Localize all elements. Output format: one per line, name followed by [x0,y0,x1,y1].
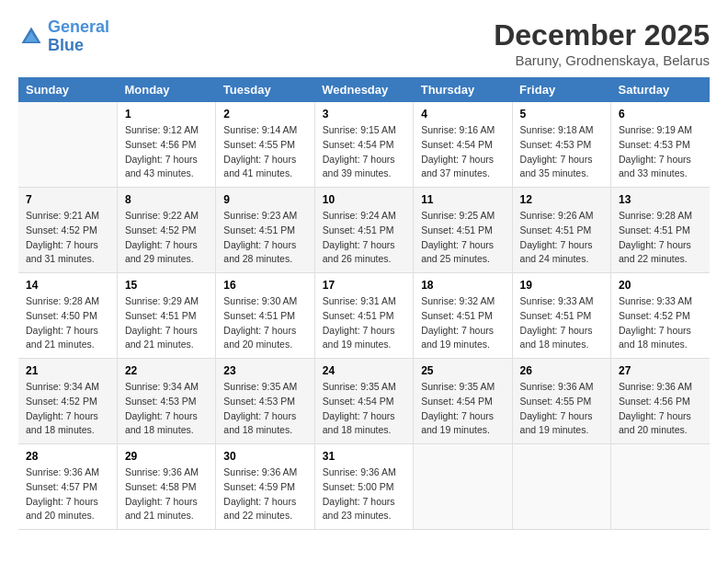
page-header: General Blue December 2025 Baruny, Grodn… [18,18,710,68]
logo-text: General Blue [48,18,109,55]
calendar-cell: 16 Sunrise: 9:30 AMSunset: 4:51 PMDaylig… [216,273,314,359]
day-info: Sunrise: 9:12 AMSunset: 4:56 PMDaylight:… [125,123,208,181]
day-info: Sunrise: 9:34 AMSunset: 4:52 PMDaylight:… [26,380,109,438]
day-info: Sunrise: 9:24 AMSunset: 4:51 PMDaylight:… [323,209,405,267]
day-number: 6 [619,108,702,121]
day-info: Sunrise: 9:36 AMSunset: 4:57 PMDaylight:… [26,465,109,523]
day-number: 4 [421,108,504,121]
day-number: 2 [223,108,306,121]
day-info: Sunrise: 9:36 AMSunset: 4:59 PMDaylight:… [223,465,306,523]
calendar-cell: 22 Sunrise: 9:34 AMSunset: 4:53 PMDaylig… [117,359,215,444]
calendar-cell: 3 Sunrise: 9:15 AMSunset: 4:54 PMDayligh… [314,102,413,188]
week-row-5: 28 Sunrise: 9:36 AMSunset: 4:57 PMDaylig… [18,444,710,530]
month-year: December 2025 [494,18,710,52]
day-info: Sunrise: 9:30 AMSunset: 4:51 PMDaylight:… [223,294,306,352]
week-row-3: 14 Sunrise: 9:28 AMSunset: 4:50 PMDaylig… [18,273,710,359]
day-number: 8 [125,193,208,206]
day-number: 31 [323,450,405,463]
day-number: 26 [520,364,603,377]
header-friday: Friday [512,77,610,102]
day-number: 5 [520,108,603,121]
day-info: Sunrise: 9:22 AMSunset: 4:52 PMDaylight:… [125,209,208,267]
day-number: 11 [421,193,504,206]
day-number: 1 [125,108,208,121]
calendar-cell: 10 Sunrise: 9:24 AMSunset: 4:51 PMDaylig… [314,188,413,273]
day-number: 24 [323,364,405,377]
calendar-cell: 6 Sunrise: 9:19 AMSunset: 4:53 PMDayligh… [611,102,710,188]
day-info: Sunrise: 9:14 AMSunset: 4:55 PMDaylight:… [223,123,306,181]
week-row-4: 21 Sunrise: 9:34 AMSunset: 4:52 PMDaylig… [18,359,710,444]
header-wednesday: Wednesday [314,77,413,102]
day-info: Sunrise: 9:35 AMSunset: 4:54 PMDaylight:… [421,380,504,438]
day-number: 28 [26,450,109,463]
day-info: Sunrise: 9:35 AMSunset: 4:53 PMDaylight:… [223,380,306,438]
calendar-cell: 30 Sunrise: 9:36 AMSunset: 4:59 PMDaylig… [216,444,314,530]
day-info: Sunrise: 9:25 AMSunset: 4:51 PMDaylight:… [421,209,504,267]
calendar-cell: 1 Sunrise: 9:12 AMSunset: 4:56 PMDayligh… [117,102,215,188]
day-info: Sunrise: 9:29 AMSunset: 4:51 PMDaylight:… [125,294,208,352]
location: Baruny, Grodnenskaya, Belarus [494,52,710,68]
day-info: Sunrise: 9:16 AMSunset: 4:54 PMDaylight:… [421,123,504,181]
calendar-cell: 7 Sunrise: 9:21 AMSunset: 4:52 PMDayligh… [18,188,117,273]
day-number: 14 [26,279,109,292]
day-info: Sunrise: 9:26 AMSunset: 4:51 PMDaylight:… [520,209,603,267]
day-number: 30 [223,450,306,463]
day-number: 17 [323,279,405,292]
calendar-cell: 19 Sunrise: 9:33 AMSunset: 4:51 PMDaylig… [512,273,610,359]
day-number: 16 [223,279,306,292]
day-info: Sunrise: 9:21 AMSunset: 4:52 PMDaylight:… [26,209,109,267]
day-number: 9 [223,193,306,206]
day-number: 3 [323,108,405,121]
calendar-cell [611,444,710,530]
day-info: Sunrise: 9:15 AMSunset: 4:54 PMDaylight:… [323,123,405,181]
header-row: SundayMondayTuesdayWednesdayThursdayFrid… [18,77,710,102]
calendar-cell: 28 Sunrise: 9:36 AMSunset: 4:57 PMDaylig… [18,444,117,530]
calendar-cell: 12 Sunrise: 9:26 AMSunset: 4:51 PMDaylig… [512,188,610,273]
day-info: Sunrise: 9:36 AMSunset: 4:58 PMDaylight:… [125,465,208,523]
day-number: 15 [125,279,208,292]
day-info: Sunrise: 9:18 AMSunset: 4:53 PMDaylight:… [520,123,603,181]
day-info: Sunrise: 9:33 AMSunset: 4:52 PMDaylight:… [619,294,702,352]
day-info: Sunrise: 9:23 AMSunset: 4:51 PMDaylight:… [223,209,306,267]
day-info: Sunrise: 9:36 AMSunset: 4:56 PMDaylight:… [619,380,702,438]
day-info: Sunrise: 9:35 AMSunset: 4:54 PMDaylight:… [323,380,405,438]
day-number: 25 [421,364,504,377]
day-info: Sunrise: 9:31 AMSunset: 4:51 PMDaylight:… [323,294,405,352]
calendar-cell [414,444,512,530]
header-sunday: Sunday [18,77,117,102]
day-number: 29 [125,450,208,463]
header-saturday: Saturday [611,77,710,102]
day-number: 12 [520,193,603,206]
calendar-cell [18,102,117,188]
calendar-cell: 11 Sunrise: 9:25 AMSunset: 4:51 PMDaylig… [414,188,512,273]
day-info: Sunrise: 9:28 AMSunset: 4:51 PMDaylight:… [619,209,702,267]
day-info: Sunrise: 9:36 AMSunset: 5:00 PMDaylight:… [323,465,405,523]
calendar-cell: 24 Sunrise: 9:35 AMSunset: 4:54 PMDaylig… [314,359,413,444]
header-thursday: Thursday [414,77,512,102]
day-number: 22 [125,364,208,377]
calendar-table: SundayMondayTuesdayWednesdayThursdayFrid… [18,77,710,530]
calendar-cell: 26 Sunrise: 9:36 AMSunset: 4:55 PMDaylig… [512,359,610,444]
calendar-cell: 31 Sunrise: 9:36 AMSunset: 5:00 PMDaylig… [314,444,413,530]
calendar-header: SundayMondayTuesdayWednesdayThursdayFrid… [18,77,710,102]
week-row-1: 1 Sunrise: 9:12 AMSunset: 4:56 PMDayligh… [18,102,710,188]
calendar-cell: 18 Sunrise: 9:32 AMSunset: 4:51 PMDaylig… [414,273,512,359]
day-info: Sunrise: 9:19 AMSunset: 4:53 PMDaylight:… [619,123,702,181]
day-number: 23 [223,364,306,377]
calendar-cell: 15 Sunrise: 9:29 AMSunset: 4:51 PMDaylig… [117,273,215,359]
calendar-cell: 8 Sunrise: 9:22 AMSunset: 4:52 PMDayligh… [117,188,215,273]
week-row-2: 7 Sunrise: 9:21 AMSunset: 4:52 PMDayligh… [18,188,710,273]
day-number: 20 [619,279,702,292]
day-info: Sunrise: 9:34 AMSunset: 4:53 PMDaylight:… [125,380,208,438]
calendar-cell: 21 Sunrise: 9:34 AMSunset: 4:52 PMDaylig… [18,359,117,444]
day-info: Sunrise: 9:33 AMSunset: 4:51 PMDaylight:… [520,294,603,352]
calendar-cell: 9 Sunrise: 9:23 AMSunset: 4:51 PMDayligh… [216,188,314,273]
day-number: 13 [619,193,702,206]
calendar-cell: 14 Sunrise: 9:28 AMSunset: 4:50 PMDaylig… [18,273,117,359]
title-block: December 2025 Baruny, Grodnenskaya, Bela… [494,18,710,68]
calendar-cell: 17 Sunrise: 9:31 AMSunset: 4:51 PMDaylig… [314,273,413,359]
day-number: 27 [619,364,702,377]
logo-icon [18,24,44,50]
day-number: 7 [26,193,109,206]
calendar-cell: 2 Sunrise: 9:14 AMSunset: 4:55 PMDayligh… [216,102,314,188]
